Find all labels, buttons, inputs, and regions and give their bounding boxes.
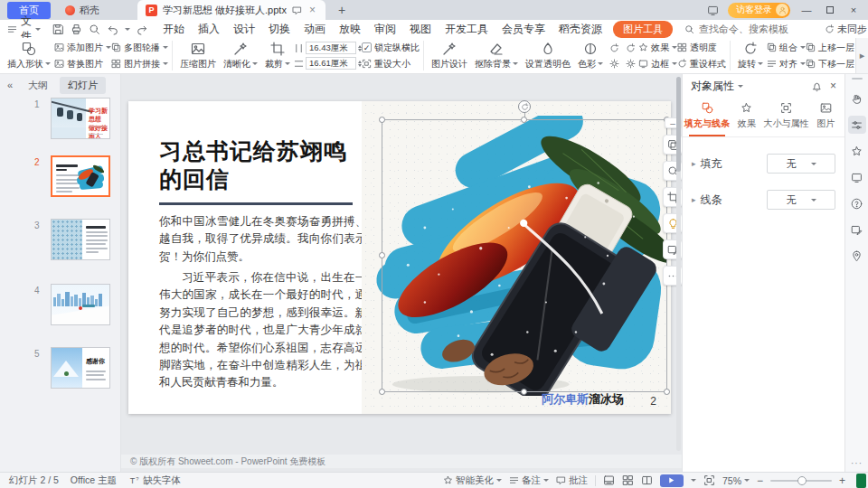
comment-bubble-icon[interactable] xyxy=(292,5,302,15)
slide-thumbnail-1[interactable]: 学习新思想 做好接班人 xyxy=(51,98,110,139)
workspace-layout-icon[interactable] xyxy=(707,5,719,16)
bell-icon[interactable] xyxy=(811,80,823,92)
group-button[interactable]: 组合 xyxy=(767,41,806,54)
play-options-caret[interactable] xyxy=(691,479,696,482)
slide-title[interactable]: 习总书记给苏翊鸣 的回信 xyxy=(159,137,347,194)
compress-picture-button[interactable]: 压缩图片 xyxy=(176,41,220,71)
menu-developer[interactable]: 开发工具 xyxy=(442,22,491,37)
tab-size-properties[interactable]: 大小与属性 xyxy=(764,98,809,136)
effects-button[interactable]: 效果 xyxy=(638,41,677,54)
fill-select[interactable]: 无 xyxy=(767,154,835,174)
close-document-icon[interactable]: × xyxy=(307,4,317,16)
resize-handle-bottom-left[interactable] xyxy=(379,389,385,395)
line-select[interactable]: 无 xyxy=(767,190,835,210)
reset-size-button[interactable]: 重设大小 xyxy=(362,57,420,70)
insert-shape-button[interactable]: 插入形状 xyxy=(4,41,54,71)
resize-handle-top[interactable] xyxy=(521,117,527,123)
close-window-button[interactable]: × xyxy=(846,5,861,15)
print-preview-icon[interactable] xyxy=(89,23,100,35)
resize-handle-bottom-right[interactable] xyxy=(664,389,670,395)
contrast-up-button[interactable] xyxy=(607,41,622,55)
send-backward-button[interactable]: 下移一层 xyxy=(806,57,863,70)
strip-drag-handle[interactable] xyxy=(852,78,863,80)
color-button[interactable]: 色彩 xyxy=(574,41,607,71)
slide-paragraph-1[interactable]: 你和中国冰雪健儿在冬奥赛场奋勇拼搏、超越自我，取得了优异成绩。我向你们表示祝贺！… xyxy=(159,213,378,266)
missing-font-indicator[interactable]: 缺失字体 xyxy=(128,474,181,487)
menu-slideshow[interactable]: 放映 xyxy=(336,22,363,37)
remove-background-button[interactable]: 抠除背景 xyxy=(471,41,522,71)
menu-view[interactable]: 视图 xyxy=(407,22,434,37)
search-input[interactable] xyxy=(699,23,816,34)
bring-forward-button[interactable]: 上移一层 xyxy=(806,41,863,54)
carousel-button[interactable]: 多图轮播 xyxy=(111,41,168,54)
print-icon[interactable] xyxy=(71,23,82,35)
fill-row-label[interactable]: ▸ 填充 xyxy=(692,156,722,172)
redo-icon[interactable] xyxy=(137,23,148,35)
replace-picture-button[interactable]: 替换图片 xyxy=(54,57,111,70)
add-picture-button[interactable]: 添加图片 xyxy=(54,41,111,54)
smart-beautify-button[interactable]: 智能美化 xyxy=(443,474,502,487)
resize-handle-top-left[interactable] xyxy=(379,117,385,123)
zoom-slider-knob[interactable] xyxy=(797,476,807,485)
docer-tab[interactable]: 稻壳 xyxy=(58,2,107,19)
resize-handle-left[interactable] xyxy=(379,252,385,258)
slide-thumbnail-2-selected[interactable] xyxy=(51,155,110,197)
picture-design-button[interactable]: 图片设计 xyxy=(428,41,471,71)
contrast-down-button[interactable] xyxy=(623,41,638,55)
maximize-button[interactable] xyxy=(823,5,837,15)
slide-thumbnail-5[interactable]: 感谢你 xyxy=(51,347,110,389)
fit-slide-icon[interactable] xyxy=(703,474,715,486)
zoom-level[interactable]: 75% xyxy=(722,475,750,486)
tab-fill-and-line[interactable]: 填充与线条 xyxy=(684,98,730,136)
smart-assistant-icon[interactable] xyxy=(848,89,866,108)
new-tab-button[interactable]: + xyxy=(338,3,345,17)
canvas-scrollbar[interactable] xyxy=(676,77,681,451)
theme-indicator[interactable]: Office 主题 xyxy=(71,474,117,487)
location-pin-icon[interactable] xyxy=(848,247,866,265)
undo-icon[interactable] xyxy=(107,23,118,35)
picture-selection-box[interactable] xyxy=(382,119,667,392)
effects-gallery-icon[interactable] xyxy=(848,142,866,160)
slide-sorter-view-icon[interactable] xyxy=(622,474,634,486)
slide-thumbnail-3[interactable] xyxy=(51,219,110,260)
width-input[interactable] xyxy=(306,42,356,54)
brightness-up-button[interactable] xyxy=(607,56,622,70)
zoom-out-button[interactable]: − xyxy=(757,474,763,487)
zoom-in-button[interactable]: + xyxy=(839,474,845,487)
clarity-button[interactable]: 清晰化 xyxy=(220,41,261,71)
scrollbar-thumb[interactable] xyxy=(676,77,681,172)
normal-view-icon[interactable] xyxy=(603,474,615,486)
save-icon[interactable] xyxy=(52,23,64,35)
menu-review[interactable]: 审阅 xyxy=(372,22,399,37)
slide-thumbnail-4[interactable] xyxy=(51,284,110,325)
menu-transition[interactable]: 切换 xyxy=(266,22,293,37)
line-row-label[interactable]: ▸ 线条 xyxy=(692,192,722,208)
menu-design[interactable]: 设计 xyxy=(231,22,258,37)
selection-pane-icon[interactable] xyxy=(848,168,866,186)
properties-caret[interactable] xyxy=(738,85,743,88)
slide-canvas[interactable]: 习总书记给苏翊鸣 的回信 你和中国冰雪健儿在冬奥赛场奋勇拼搏、超越自我，取得了优… xyxy=(121,74,682,472)
strip-more-icon[interactable]: ··· xyxy=(851,458,863,468)
slide-caption[interactable]: 阿尔卑斯溜冰场 xyxy=(542,391,624,408)
stitch-button[interactable]: 图片拼接 xyxy=(111,57,168,70)
rotate-handle[interactable] xyxy=(518,100,531,113)
object-properties-icon[interactable] xyxy=(848,116,866,134)
help-icon[interactable] xyxy=(848,194,866,212)
lock-aspect-ratio-checkbox[interactable]: ✓锁定纵横比 xyxy=(362,41,420,54)
document-tab[interactable]: 学习新思想 做好接班人.pptx × xyxy=(137,0,326,20)
zoom-slider[interactable] xyxy=(770,480,832,482)
ribbon-expand-button[interactable]: ▸ xyxy=(855,38,868,73)
slide-paragraph-2[interactable]: 习近平表示，你在信中说，出生在一个伟大的国家，成长在一个最好的时代，通过努力实现… xyxy=(159,269,378,392)
sync-status[interactable]: 未同步 xyxy=(825,23,867,36)
menu-insert[interactable]: 插入 xyxy=(195,22,222,37)
align-button[interactable]: 对齐 xyxy=(767,57,806,70)
login-button[interactable]: 访客登录 xyxy=(728,3,790,18)
menu-member[interactable]: 会员专享 xyxy=(499,22,548,37)
tab-slides[interactable]: 幻灯片 xyxy=(60,77,106,94)
undo-caret[interactable] xyxy=(125,28,130,31)
slideshow-play-button[interactable] xyxy=(660,474,684,487)
tab-effects[interactable]: 效果 xyxy=(730,98,764,136)
crop-button[interactable]: 裁剪 xyxy=(261,41,294,71)
presenter-corner-icon[interactable] xyxy=(856,474,866,488)
reset-style-button[interactable]: 重设样式 xyxy=(677,57,726,70)
